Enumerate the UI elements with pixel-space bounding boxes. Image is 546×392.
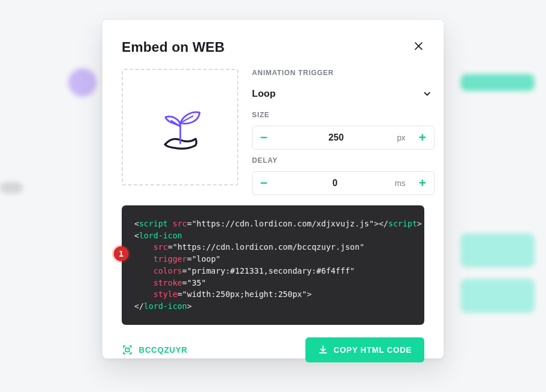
delay-unit: ms (395, 179, 411, 188)
download-icon (318, 345, 328, 355)
copy-html-button[interactable]: COPY HTML CODE (305, 337, 424, 362)
scan-icon (122, 344, 133, 356)
modal-header: Embed on WEB (122, 39, 424, 55)
trigger-label: ANIMATION TRIGGER (252, 69, 435, 77)
embed-modal: Embed on WEB ANIMATION TRIGGER Loop (102, 20, 444, 358)
copy-button-label: COPY HTML CODE (334, 345, 412, 354)
step-badge-1: 1 (114, 246, 129, 261)
delay-decrement[interactable]: − (253, 172, 275, 195)
code-snippet[interactable]: 1 <script src="https://cdn.lordicon.com/… (122, 205, 424, 325)
trigger-value: Loop (252, 88, 276, 100)
icon-id-text: BCCQZUYR (139, 345, 188, 354)
size-decrement[interactable]: − (253, 126, 275, 149)
sprout-icon (146, 93, 214, 162)
svg-rect-2 (126, 348, 130, 352)
close-button[interactable] (413, 40, 424, 54)
icon-preview (122, 69, 238, 185)
close-icon (413, 40, 424, 52)
size-unit: px (397, 133, 411, 142)
delay-input[interactable] (275, 178, 395, 188)
icon-id-chip[interactable]: BCCQZUYR (122, 344, 188, 356)
delay-label: DELAY (252, 156, 435, 164)
size-input[interactable] (275, 133, 397, 143)
size-increment[interactable]: + (411, 126, 434, 149)
size-stepper: − px + (252, 126, 435, 150)
modal-title: Embed on WEB (122, 39, 225, 55)
delay-increment[interactable]: + (411, 172, 434, 195)
trigger-dropdown[interactable]: Loop (252, 84, 435, 104)
chevron-down-icon (422, 89, 432, 99)
size-label: SIZE (252, 111, 435, 119)
delay-stepper: − ms + (252, 171, 435, 195)
